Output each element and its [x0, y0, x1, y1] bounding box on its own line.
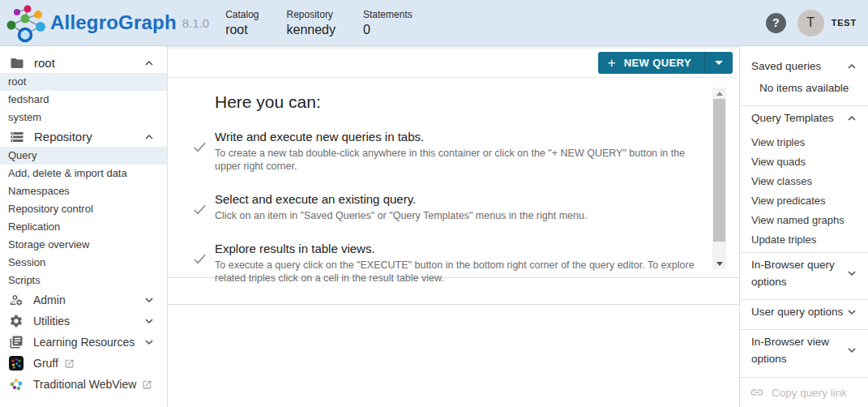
- welcome-heading: Here you can:: [215, 92, 739, 112]
- sidebar-item-namespaces[interactable]: Namespaces: [0, 182, 167, 200]
- vertical-scrollbar[interactable]: [712, 88, 726, 269]
- in-browser-query-options-header[interactable]: In-Browser query options: [740, 252, 868, 296]
- help-item-desc: To execute a query click on the "EXECUTE…: [215, 259, 701, 285]
- gruff-icon: [9, 356, 24, 371]
- help-item-desc: To create a new tab double-click anywher…: [215, 147, 701, 173]
- user-name: TEST: [832, 18, 857, 28]
- traditional-webview-icon: [9, 377, 24, 392]
- help-item-title: Write and execute new queries in tabs.: [215, 130, 701, 144]
- help-item-title: Select and execute an existing query.: [215, 192, 587, 206]
- plus-icon: +: [608, 56, 616, 70]
- in-browser-query-options-label: In-Browser query options: [751, 256, 845, 290]
- library-books-icon: [9, 335, 24, 349]
- stat-repository: Repository kennedy: [287, 9, 336, 37]
- sidebar-item-storage-overview[interactable]: Storage overview: [0, 236, 167, 254]
- sidebar-group-admin[interactable]: Admin: [0, 289, 167, 311]
- copy-query-link-label: Copy query link: [772, 387, 847, 399]
- sidebar-item-replication[interactable]: Replication: [0, 218, 167, 236]
- stat-statements: Statements 0: [363, 9, 413, 37]
- user-query-options-label: User query options: [751, 303, 845, 320]
- new-query-button[interactable]: + NEW QUERY: [598, 52, 704, 74]
- stat-catalog: Catalog root: [225, 9, 259, 37]
- check-icon: [192, 242, 215, 285]
- help-icon[interactable]: ?: [766, 13, 786, 33]
- help-item-write-queries: Write and execute new queries in tabs. T…: [192, 130, 739, 173]
- sidebar-item-catalog-root[interactable]: root: [0, 73, 167, 91]
- left-sidebar: root root fedshard system Repository: [0, 46, 168, 407]
- external-link-icon: [64, 358, 75, 369]
- sidebar-group-utilities[interactable]: Utilities: [0, 311, 167, 332]
- sidebar-item-repository-control[interactable]: Repository control: [0, 200, 167, 218]
- group-learning-resources-label: Learning Resources: [33, 336, 135, 349]
- template-view-named-graphs[interactable]: View named graphs: [740, 210, 868, 229]
- template-view-predicates[interactable]: View predicates: [740, 191, 868, 210]
- group-admin-label: Admin: [33, 293, 66, 306]
- storage-icon: [10, 130, 24, 144]
- sidebar-link-traditional-webview[interactable]: Traditional WebView: [0, 374, 167, 395]
- new-query-dropdown-button[interactable]: [705, 52, 733, 74]
- caret-down-icon: [715, 61, 723, 65]
- chevron-down-icon: [845, 267, 858, 280]
- chevron-up-icon: [143, 131, 156, 144]
- chevron-down-icon: [143, 315, 156, 328]
- admin-user-gear-icon: [9, 293, 24, 307]
- section-repository-label: Repository: [34, 130, 143, 144]
- query-templates-label: Query Templates: [751, 109, 845, 126]
- sidebar-section-root[interactable]: root: [0, 53, 167, 73]
- repo-stats: Catalog root Repository kennedy Statemen…: [225, 9, 413, 37]
- template-view-classes[interactable]: View classes: [740, 171, 868, 191]
- user-query-options-header[interactable]: User query options: [740, 299, 868, 326]
- statements-label: Statements: [363, 9, 413, 20]
- repository-value[interactable]: kennedy: [287, 23, 336, 37]
- sidebar-item-fedshard[interactable]: fedshard: [0, 91, 167, 109]
- help-item-desc: Click on an item in "Saved Queries" or "…: [215, 209, 587, 222]
- link-traditional-webview-label: Traditional WebView: [33, 378, 136, 391]
- scroll-down-arrow[interactable]: [712, 258, 726, 269]
- new-query-label: NEW QUERY: [624, 57, 691, 69]
- saved-queries-label: Saved queries: [751, 58, 845, 75]
- help-item-existing-query: Select and execute an existing query. Cl…: [192, 192, 739, 222]
- query-workspace: + NEW QUERY Here you can: Write: [168, 46, 740, 407]
- allegrograph-logo-icon: [5, 4, 47, 43]
- catalog-value[interactable]: root: [225, 23, 259, 37]
- in-browser-view-options-header[interactable]: In-Browser view options: [740, 329, 868, 373]
- chevron-down-icon: [845, 344, 858, 357]
- query-templates-header[interactable]: Query Templates: [740, 105, 868, 132]
- header-right: ? T TEST: [766, 10, 857, 36]
- sidebar-item-add-delete-import[interactable]: Add, delete & import data: [0, 165, 167, 182]
- sidebar-item-scripts[interactable]: Scripts: [0, 272, 167, 289]
- in-browser-view-options-label: In-Browser view options: [751, 333, 845, 367]
- sidebar-section-repository[interactable]: Repository: [0, 126, 167, 147]
- chevron-up-icon: [143, 57, 156, 70]
- copy-query-link-button[interactable]: Copy query link: [740, 377, 868, 407]
- gear-icon: [9, 314, 24, 328]
- check-icon: [192, 130, 215, 173]
- link-icon: [750, 385, 764, 400]
- sidebar-link-gruff[interactable]: Gruff: [0, 353, 167, 374]
- chevron-up-icon: [845, 112, 858, 125]
- sidebar-item-query[interactable]: Query: [0, 147, 167, 165]
- welcome-panel[interactable]: Here you can: Write and execute new quer…: [168, 78, 739, 278]
- chevron-down-icon: [143, 293, 156, 306]
- version-label: 8.1.0: [182, 16, 209, 30]
- template-update-triples[interactable]: Update triples: [740, 229, 868, 249]
- brand-title: AllegroGraph: [50, 11, 177, 34]
- scroll-up-arrow[interactable]: [712, 88, 726, 99]
- help-item-explore-results: Explore results in table views. To execu…: [192, 242, 739, 285]
- template-view-triples[interactable]: View triples: [740, 132, 868, 152]
- section-root-label: root: [34, 56, 143, 70]
- folder-icon: [10, 56, 24, 71]
- scrollbar-thumb[interactable]: [713, 99, 725, 242]
- sidebar-group-learning-resources[interactable]: Learning Resources: [0, 332, 167, 353]
- catalog-label: Catalog: [225, 9, 259, 20]
- saved-queries-header[interactable]: Saved queries: [740, 51, 868, 80]
- template-view-quads[interactable]: View quads: [740, 152, 868, 171]
- new-query-split-button: + NEW QUERY: [598, 52, 733, 74]
- sidebar-item-system[interactable]: system: [0, 109, 167, 126]
- allegrograph-webview: AllegroGraph 8.1.0 Catalog root Reposito…: [0, 0, 868, 407]
- user-avatar[interactable]: T: [797, 10, 824, 36]
- statements-value: 0: [363, 23, 413, 37]
- sidebar-item-session[interactable]: Session: [0, 254, 167, 272]
- empty-area: [168, 305, 739, 407]
- right-sidebar: Saved queries No items available Query T…: [740, 46, 868, 407]
